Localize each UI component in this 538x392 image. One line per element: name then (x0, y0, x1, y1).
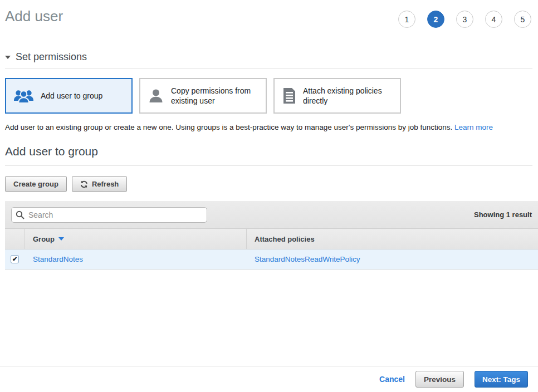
page-title: Add user (5, 8, 63, 24)
refresh-button[interactable]: Refresh (72, 176, 127, 192)
previous-button[interactable]: Previous (415, 371, 464, 388)
set-permissions-section-header[interactable]: Set permissions (5, 51, 532, 69)
collapse-chevron-icon (5, 56, 11, 59)
wizard-step-indicator: 1 2 3 4 5 (398, 11, 531, 28)
policy-document-icon (282, 87, 296, 104)
cancel-link[interactable]: Cancel (379, 375, 405, 384)
option-copy-permissions[interactable]: Copy permissions from existing user (139, 78, 267, 114)
group-column-header[interactable]: Group (25, 229, 247, 249)
groups-table: Showing 1 result Group Attached policies… (5, 201, 538, 270)
search-box (11, 207, 207, 223)
learn-more-link[interactable]: Learn more (454, 123, 493, 131)
wizard-footer: Cancel Previous Next: Tags (0, 366, 538, 392)
page-header: Add user 1 2 3 4 5 (0, 0, 538, 28)
refresh-label: Refresh (92, 180, 119, 188)
step-3: 3 (456, 11, 473, 28)
row-checkbox-checked[interactable] (11, 255, 19, 263)
table-toolbar: Showing 1 result (5, 201, 538, 228)
previous-label: Previous (424, 375, 456, 384)
description-text: Add user to an existing group or create … (5, 123, 452, 131)
attached-policy-link[interactable]: StandardNotesReadWritePolicy (255, 255, 360, 263)
table-row[interactable]: StandardNotes StandardNotesReadWritePoli… (5, 249, 538, 270)
header-checkbox-cell (5, 229, 25, 249)
step-1: 1 (398, 11, 415, 28)
create-group-label: Create group (13, 180, 58, 188)
set-permissions-heading: Set permissions (16, 51, 87, 63)
sort-descending-icon (58, 237, 64, 241)
attached-policies-column-header: Attached policies (247, 229, 538, 249)
next-tags-button[interactable]: Next: Tags (475, 371, 528, 388)
option-label: Add user to group (41, 91, 102, 101)
step-2-active: 2 (427, 11, 444, 28)
group-actions: Create group Refresh (5, 176, 532, 192)
users-group-icon (13, 89, 34, 104)
attached-policies-column-label: Attached policies (255, 235, 315, 243)
refresh-icon (80, 180, 88, 188)
next-tags-label: Next: Tags (482, 375, 520, 384)
row-checkbox-cell (5, 249, 25, 269)
group-name-link[interactable]: StandardNotes (33, 255, 83, 263)
permission-option-cards: Add user to group Copy permissions from … (5, 78, 532, 114)
section-description: Add user to an existing group or create … (5, 123, 532, 131)
results-count: Showing 1 result (474, 210, 532, 219)
option-label: Copy permissions from existing user (171, 86, 260, 106)
option-label: Attach existing policies directly (303, 86, 394, 106)
group-column-label: Group (33, 235, 55, 243)
user-icon (148, 87, 164, 104)
search-input[interactable] (11, 207, 207, 223)
search-icon (16, 210, 25, 222)
add-user-to-group-heading: Add user to group (5, 145, 532, 166)
option-add-user-to-group[interactable]: Add user to group (5, 78, 133, 114)
add-user-wizard-page: Add user 1 2 3 4 5 Set permissions (0, 0, 538, 392)
option-attach-policies[interactable]: Attach existing policies directly (273, 78, 401, 114)
row-group-cell: StandardNotes (25, 249, 247, 269)
row-policy-cell: StandardNotesReadWritePolicy (247, 249, 538, 269)
table-header-row: Group Attached policies (5, 228, 538, 249)
step-5: 5 (514, 11, 531, 28)
create-group-button[interactable]: Create group (5, 176, 67, 192)
step-4: 4 (485, 11, 502, 28)
